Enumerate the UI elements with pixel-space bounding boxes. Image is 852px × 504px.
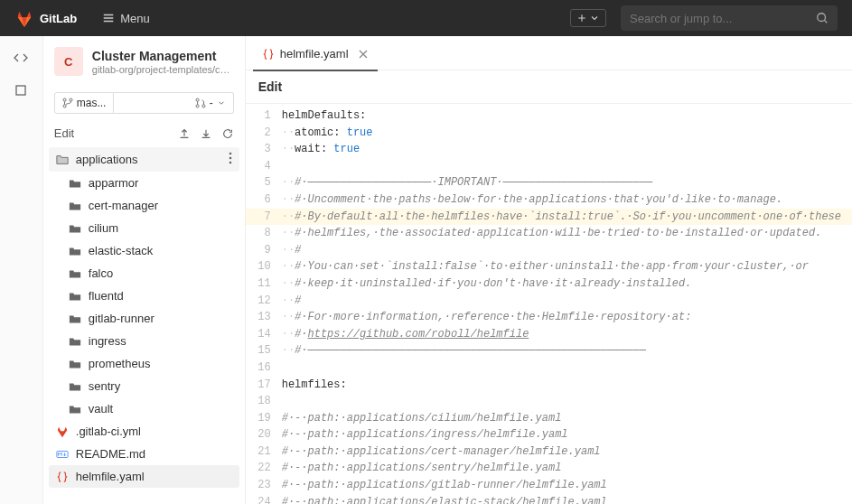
project-header[interactable]: C Cluster Management gitlab-org/project-…: [43, 36, 245, 87]
chevron-down-icon: [217, 98, 226, 107]
folder-open-icon: [56, 154, 69, 166]
svg-rect-1: [16, 86, 25, 95]
folder-cilium[interactable]: cilium: [49, 217, 239, 239]
line-number: 7: [246, 209, 282, 226]
sidebar: C Cluster Management gitlab-org/project-…: [43, 36, 246, 504]
folder-label: ingress: [89, 334, 126, 348]
branch-selector[interactable]: mas...: [54, 92, 115, 114]
folder-prometheus[interactable]: prometheus: [49, 352, 239, 375]
code-line[interactable]: 16: [246, 359, 852, 377]
left-rail: [0, 36, 43, 504]
svg-point-8: [229, 153, 231, 155]
square-icon[interactable]: [14, 83, 28, 98]
folder-label: elastic-stack: [89, 244, 154, 257]
code-line[interactable]: 10··#·You·can·set·`install:false`·to·eit…: [246, 258, 852, 275]
download-icon[interactable]: [200, 127, 212, 140]
svg-point-6: [196, 105, 199, 107]
code-line[interactable]: 15··#·——————————————————————————————————…: [246, 342, 852, 359]
code-line[interactable]: 21#·-·path:·applications/cert-manager/he…: [246, 443, 852, 461]
line-number: 21: [246, 443, 282, 461]
folder-apparmor[interactable]: apparmor: [49, 172, 239, 194]
code-line[interactable]: 20#·-·path:·applications/ingress/helmfil…: [246, 426, 852, 443]
line-number: 2: [246, 125, 282, 142]
code-line[interactable]: 4: [246, 158, 852, 175]
edit-row: Edit: [43, 119, 245, 147]
code-line[interactable]: 14··#·https://github.com/roboll/helmfile: [246, 326, 852, 343]
line-number: 10: [246, 258, 282, 275]
code-editor[interactable]: 1helmDefaults:2··atomic: true3··wait: tr…: [246, 104, 852, 504]
folder-cert-manager[interactable]: cert-manager: [49, 194, 239, 217]
folder-label: cilium: [89, 221, 118, 235]
folder-fluentd[interactable]: fluentd: [49, 285, 239, 307]
line-number: 1: [246, 107, 282, 125]
code-line[interactable]: 2··atomic: true: [246, 125, 852, 142]
folder-sentry[interactable]: sentry: [49, 375, 239, 397]
code-line[interactable]: 23#·-·path:·applications/gitlab-runner/h…: [246, 477, 852, 494]
hamburger-icon: [102, 12, 115, 24]
folder-falco[interactable]: falco: [49, 262, 239, 285]
line-content: ··#·https://github.com/roboll/helmfile: [282, 326, 852, 343]
line-number: 22: [246, 460, 282, 477]
line-number: 15: [246, 342, 282, 359]
code-line[interactable]: 5··#·———————————————————·IMPORTANT·—————…: [246, 174, 852, 191]
code-line[interactable]: 18: [246, 393, 852, 410]
folder-ingress[interactable]: ingress: [49, 330, 239, 352]
project-path: gitlab-org/project-templates/cluster-man…: [92, 64, 232, 75]
line-content: ··#·You·can·set·`install:false`·to·eithe…: [282, 258, 852, 275]
line-number: 20: [246, 426, 282, 443]
folder-menu[interactable]: [229, 152, 232, 167]
file-helmfile-yaml[interactable]: helmfile.yaml: [49, 465, 239, 488]
code-icon[interactable]: [14, 51, 28, 65]
code-line[interactable]: 24#·-·path:·applications/elastic-stack/h…: [246, 494, 852, 504]
code-line[interactable]: 9··#: [246, 242, 852, 259]
gitlab-icon: [56, 425, 69, 438]
line-number: 16: [246, 359, 282, 377]
tab-bar: helmfile.yaml: [246, 36, 852, 70]
folder-applications[interactable]: applications: [49, 147, 239, 172]
tab-helmfile[interactable]: helmfile.yaml: [253, 37, 378, 71]
line-content: ··#·helmfiles,·the·associated·applicatio…: [282, 225, 852, 242]
line-content: ··#·———————————————————·IMPORTANT·——————…: [282, 174, 852, 191]
folder-elastic-stack[interactable]: elastic-stack: [49, 239, 239, 262]
code-line[interactable]: 22#·-·path:·applications/sentry/helmfile…: [246, 460, 852, 477]
file--gitlab-ci-yml[interactable]: .gitlab-ci.yml: [49, 420, 239, 443]
folder-vault[interactable]: vault: [49, 397, 239, 420]
svg-point-3: [63, 105, 66, 107]
gitlab-logo[interactable]: GitLab: [14, 8, 77, 28]
editor-area: helmfile.yaml Edit 1helmDefaults:2··atom…: [246, 36, 852, 504]
code-line[interactable]: 3··wait: true: [246, 141, 852, 158]
code-line[interactable]: 1helmDefaults:: [246, 107, 852, 125]
menu-button[interactable]: Menu: [95, 8, 157, 29]
refresh-icon[interactable]: [221, 127, 234, 140]
file-README-md[interactable]: README.md: [49, 443, 239, 465]
search-input[interactable]: [630, 12, 816, 25]
code-line[interactable]: 13··#·For·more·information,·reference·th…: [246, 309, 852, 326]
upload-icon[interactable]: [178, 127, 191, 140]
code-line[interactable]: 12··#: [246, 293, 852, 310]
line-content: #·-·path:·applications/cert-manager/helm…: [282, 443, 852, 461]
folder-label: falco: [89, 266, 113, 280]
search-box[interactable]: [621, 5, 838, 31]
chevron-down-icon: [589, 13, 600, 23]
project-title: Cluster Management: [92, 48, 232, 64]
svg-point-7: [202, 105, 205, 107]
code-line[interactable]: 17helmfiles:: [246, 377, 852, 394]
folder-icon: [69, 222, 81, 235]
line-content: #·-·path:·applications/gitlab-runner/hel…: [282, 477, 852, 494]
line-content: [282, 393, 852, 410]
folder-icon: [69, 380, 81, 393]
code-line[interactable]: 11··#·keep·it·uninstalled·if·you·don't·h…: [246, 275, 852, 293]
branch-chevron[interactable]: -: [114, 92, 233, 114]
folder-gitlab-runner[interactable]: gitlab-runner: [49, 307, 239, 330]
code-line[interactable]: 7··#·By·default·all·the·helmfiles·have·`…: [246, 209, 852, 226]
new-button[interactable]: [570, 9, 606, 27]
code-line[interactable]: 8··#·helmfiles,·the·associated·applicati…: [246, 225, 852, 242]
code-line[interactable]: 6··#·Uncomment·the·paths·below·for·the·a…: [246, 191, 852, 209]
line-content: #·-·path:·applications/elastic-stack/hel…: [282, 494, 852, 504]
line-content: ··#·keep·it·uninstalled·if·you·don't·hav…: [282, 275, 852, 293]
line-number: 14: [246, 326, 282, 343]
folder-label: cert-manager: [89, 199, 158, 212]
code-line[interactable]: 19#·-·path:·applications/cilium/helmfile…: [246, 410, 852, 427]
close-icon[interactable]: [358, 49, 369, 60]
branch-name: mas...: [77, 97, 107, 109]
